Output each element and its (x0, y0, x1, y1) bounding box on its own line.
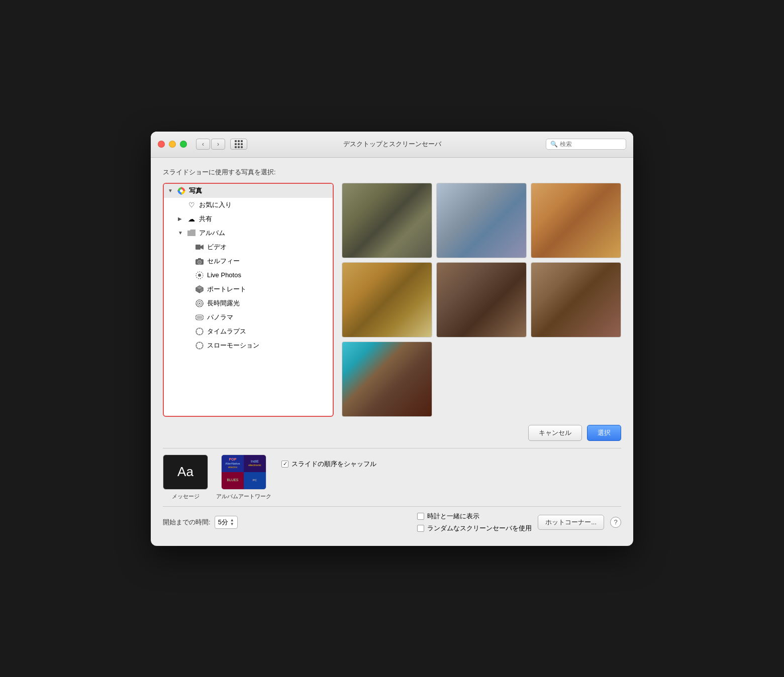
svg-point-3 (180, 189, 183, 192)
sidebar-item-shared[interactable]: ▶ ☁ 共有 (164, 212, 333, 226)
start-time-select[interactable]: 5分 ▲ ▼ (215, 516, 238, 529)
search-input[interactable] (560, 141, 622, 148)
action-row: キャンセル 選択 (163, 425, 621, 441)
photos-label: 写真 (189, 186, 202, 195)
svg-point-10 (199, 261, 201, 263)
livephoto-icon (195, 271, 204, 280)
shuffle-item: スライドの順序をシャッフル (281, 460, 376, 469)
shuffle-checkbox[interactable] (281, 461, 288, 468)
sidebar-item-photos[interactable]: ▼ (164, 184, 333, 198)
sidebar-item-panorama[interactable]: パノラマ (164, 310, 333, 324)
thumbnail-3[interactable] (531, 183, 621, 258)
svg-rect-6 (195, 245, 201, 250)
cube-icon (195, 285, 204, 294)
svg-point-13 (198, 274, 201, 277)
help-button[interactable]: ? (610, 517, 621, 528)
svg-line-29 (197, 329, 198, 330)
thumbnail-4[interactable] (342, 262, 432, 337)
sidebar-item-livephotos[interactable]: Live Photos (164, 268, 333, 282)
sidebar-item-video[interactable]: ビデオ (164, 240, 333, 254)
timelapse-icon (195, 327, 204, 336)
search-icon: 🔍 (550, 141, 558, 148)
sidebar-item-albums[interactable]: ▼ アルバム (164, 226, 333, 240)
time-stepper[interactable]: ▲ ▼ (230, 518, 234, 526)
content-area: スライドショーに使用する写真を選択: ▼ (151, 158, 633, 546)
footer-left: 開始までの時間: 5分 ▲ ▼ (163, 516, 238, 529)
random-label: ランダムなスクリーンセーバを使用 (427, 524, 532, 533)
section-label: スライドショーに使用する写真を選択: (163, 168, 621, 177)
titlebar: ‹ › デスクトップとスクリーンセーバ 🔍 (151, 132, 633, 158)
album-art-label: アルバムアートワーク (216, 493, 271, 500)
grid-view-button[interactable] (230, 139, 247, 150)
message-thumb-item: Aa メッセージ (163, 455, 208, 500)
footer: 開始までの時間: 5分 ▲ ▼ 時計と一緒に表示 (163, 506, 621, 536)
cloud-icon: ☁ (187, 214, 196, 223)
video-icon (195, 243, 204, 252)
sidebar-item-timelapse[interactable]: タイムラプス (164, 324, 333, 339)
sidebar-item-favorites[interactable]: ♡ お気に入り (164, 198, 333, 212)
svg-point-21 (199, 302, 201, 304)
traffic-lights (158, 141, 187, 148)
thumbnail-5[interactable] (436, 262, 527, 337)
svg-line-31 (202, 329, 203, 330)
svg-marker-7 (201, 245, 204, 250)
maximize-button[interactable] (180, 141, 187, 148)
sidebar: ▼ (163, 183, 334, 417)
svg-rect-5 (187, 231, 195, 236)
random-checkbox[interactable] (417, 525, 424, 532)
back-button[interactable]: ‹ (196, 139, 210, 150)
search-box[interactable]: 🔍 (546, 139, 626, 150)
thumbnails-row: Aa メッセージ POP AlterNative elec (163, 455, 271, 500)
select-button[interactable]: 選択 (587, 425, 621, 441)
clock-label: 時計と一緒に表示 (427, 512, 479, 521)
thumbnail-7[interactable] (342, 342, 432, 417)
album-art-preview[interactable]: POP AlterNative electro IndiE electronic (221, 455, 266, 490)
photos-icon (177, 186, 186, 195)
clock-checkbox[interactable] (417, 513, 424, 520)
message-preview[interactable]: Aa (163, 455, 208, 490)
svg-line-30 (202, 333, 203, 334)
clock-item: 時計と一緒に表示 (417, 512, 532, 521)
svg-line-40 (202, 343, 203, 344)
cancel-button[interactable]: キャンセル (528, 425, 582, 441)
chevron-icon: ▼ (168, 188, 174, 193)
random-item: ランダムなスクリーンセーバを使用 (417, 524, 532, 533)
forward-button[interactable]: › (211, 139, 225, 150)
nav-buttons: ‹ › (196, 139, 225, 150)
message-label: メッセージ (172, 493, 200, 500)
svg-rect-23 (197, 316, 203, 319)
sidebar-item-slowmo[interactable]: スローモーション (164, 339, 333, 353)
shuffle-label: スライドの順序をシャッフル (291, 460, 376, 469)
aperture-icon (195, 299, 204, 308)
stepper-down[interactable]: ▼ (230, 522, 234, 526)
grid-icon (235, 140, 243, 148)
svg-line-41 (197, 347, 198, 348)
footer-checkboxes: 時計と一緒に表示 ランダムなスクリーンセーバを使用 (417, 512, 532, 533)
svg-rect-11 (198, 258, 201, 260)
panorama-icon (195, 313, 204, 322)
sidebar-item-longexposure[interactable]: 長時間露光 (164, 296, 333, 310)
start-time-label: 開始までの時間: (163, 518, 211, 527)
album-art-thumb-item: POP AlterNative electro IndiE electronic (216, 455, 271, 500)
close-button[interactable] (158, 141, 165, 148)
main-window: ‹ › デスクトップとスクリーンセーバ 🔍 スライドショーに使用する写真を選択:… (151, 132, 633, 546)
thumbnail-1[interactable] (342, 183, 432, 258)
minimize-button[interactable] (169, 141, 176, 148)
window-title: デスクトップとスクリーンセーバ (343, 140, 441, 149)
heart-icon: ♡ (187, 200, 196, 209)
footer-right: 時計と一緒に表示 ランダムなスクリーンセーバを使用 ホットコーナー... ? (417, 512, 621, 533)
thumbnail-2[interactable] (436, 183, 527, 258)
svg-line-39 (202, 347, 203, 348)
camera-icon (195, 257, 204, 266)
sidebar-item-selfie[interactable]: セルフィー (164, 254, 333, 268)
folder-icon (187, 229, 196, 238)
thumbnail-grid (342, 183, 621, 417)
bottom-section: Aa メッセージ POP AlterNative elec (163, 448, 621, 506)
svg-line-32 (197, 333, 198, 334)
slowmo-icon (195, 341, 204, 350)
hot-corner-button[interactable]: ホットコーナー... (538, 515, 604, 530)
sidebar-item-portrait[interactable]: ポートレート (164, 282, 333, 296)
thumbnail-6[interactable] (531, 262, 621, 337)
svg-line-38 (197, 343, 198, 344)
main-panel: ▼ (163, 183, 621, 417)
